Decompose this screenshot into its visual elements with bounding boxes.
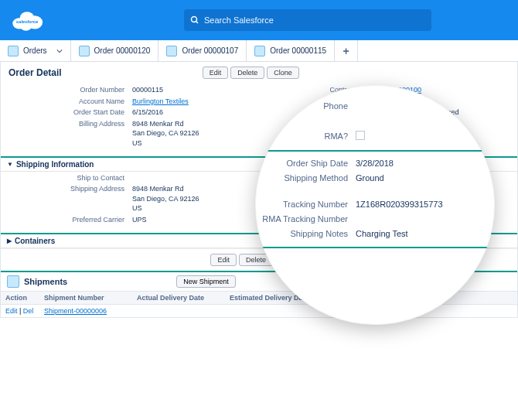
row-delete-link[interactable]: Del: [23, 307, 34, 315]
section-title: Shipments: [24, 277, 67, 286]
page-title: Order Detail: [9, 67, 62, 78]
salesforce-logo: salesforce: [9, 8, 45, 32]
carrier-value: UPS: [132, 215, 259, 225]
account-link[interactable]: Burlington Textiles: [132, 97, 189, 105]
table-row: Edit | Del Shipment-00000006: [1, 305, 517, 317]
chevron-down-icon[interactable]: [56, 48, 63, 54]
field-label: Order Number: [1, 85, 132, 95]
col-action: Action: [1, 292, 39, 304]
edit-button[interactable]: Edit: [210, 254, 237, 266]
svg-point-5: [192, 17, 197, 22]
search-icon: [190, 15, 199, 25]
tab-label: Order 00000120: [94, 46, 151, 55]
global-search[interactable]: [184, 9, 431, 31]
tab-label: Orders: [23, 46, 47, 55]
tab-label: Order 00000115: [270, 46, 326, 55]
section-divider: [255, 150, 495, 152]
search-input[interactable]: [204, 15, 425, 25]
shipping-notes-value: Charging Test: [356, 228, 495, 240]
field-label: Account Name: [1, 97, 132, 107]
detail-header: Order Detail Edit Delete Clone: [1, 62, 517, 84]
collapse-icon: ▼: [7, 161, 13, 168]
billing-address-value: 8948 Menkar Rd San Diego, CA 92126 US: [132, 119, 259, 149]
order-object-icon: [79, 46, 90, 56]
tab-order-107[interactable]: Order 00000107: [158, 40, 247, 61]
edit-button[interactable]: Edit: [203, 67, 229, 79]
field-label: RMA Tracking Number: [255, 213, 356, 225]
tracking-value: 1Z168R020399315773: [356, 199, 495, 210]
field-label: Ship to Contact: [1, 173, 132, 183]
row-edit-link[interactable]: Edit: [5, 307, 18, 315]
zoom-lens: Phone RMA? Order Ship Date3/28/2018 Ship…: [255, 85, 495, 325]
field-label: Billing Address: [1, 119, 132, 149]
delete-button[interactable]: Delete: [230, 67, 264, 79]
tab-order-115[interactable]: Order 00000115: [247, 40, 335, 61]
svg-text:salesforce: salesforce: [16, 19, 39, 24]
order-object-icon: [166, 46, 177, 56]
tab-order-120[interactable]: Order 00000120: [71, 40, 159, 61]
expand-icon: ▶: [7, 237, 12, 244]
field-label: Tracking Number: [255, 199, 356, 210]
svg-line-6: [196, 22, 199, 24]
shipment-link[interactable]: Shipment-00000006: [44, 307, 107, 315]
tab-bar: Orders Order 00000120 Order 00000107 Ord…: [0, 40, 518, 62]
col-actual-delivery: Actual Delivery Date: [132, 292, 225, 304]
new-tab-button[interactable]: +: [335, 40, 358, 61]
section-divider: [255, 247, 495, 248]
shipping-method-value: Ground: [356, 172, 495, 184]
ship-date-value: 3/28/2018: [356, 158, 495, 169]
order-number-value: 00000115: [132, 85, 259, 95]
section-title: Containers: [15, 237, 55, 245]
new-shipment-button[interactable]: New Shipment: [176, 275, 236, 288]
global-header: salesforce: [0, 0, 518, 40]
tab-orders[interactable]: Orders: [0, 40, 71, 61]
start-date-value: 6/15/2016: [132, 108, 259, 118]
field-label: Order Ship Date: [255, 158, 356, 169]
section-title: Shipping Information: [16, 160, 94, 169]
field-label: Shipping Address: [1, 184, 132, 213]
detail-actions: Edit Delete Clone: [203, 67, 299, 79]
col-shipment-number: Shipment Number: [39, 292, 132, 304]
field-label: Shipping Method: [255, 172, 356, 184]
field-label: Shipping Notes: [255, 228, 356, 240]
clone-button[interactable]: Clone: [267, 67, 299, 79]
order-object-icon: [254, 46, 265, 56]
field-label: Preferred Carrier: [1, 215, 132, 225]
rma-checkbox[interactable]: [356, 131, 365, 140]
order-object-icon: [8, 46, 19, 56]
tab-label: Order 00000107: [182, 46, 238, 55]
shipping-address-value: 8948 Menkar Rd San Diego, CA 92126 US: [132, 184, 259, 213]
shipment-object-icon: [7, 275, 19, 288]
field-label: Order Start Date: [1, 108, 132, 118]
